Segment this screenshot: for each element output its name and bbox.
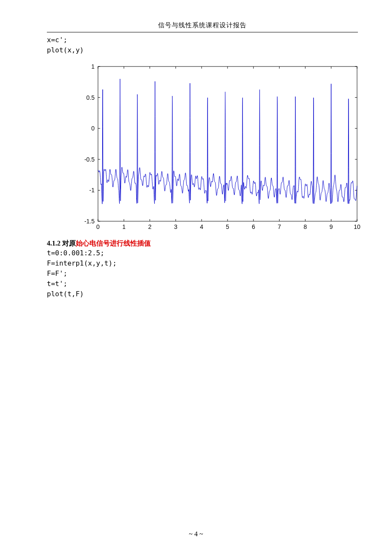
chart-svg: 012345678910-1.5-1-0.500.51 <box>72 61 362 234</box>
page: 信号与线性系统课程设计报告 x=c'; plot(x,y) 0123456789… <box>0 0 392 555</box>
svg-text:1: 1 <box>122 223 126 230</box>
svg-text:8: 8 <box>304 223 307 230</box>
section-heading: 4.1.2 对原始心电信号进行线性插值 <box>47 239 358 248</box>
svg-text:5: 5 <box>226 223 229 230</box>
svg-text:9: 9 <box>329 223 333 230</box>
svg-text:0: 0 <box>96 223 100 230</box>
svg-text:-0.5: -0.5 <box>84 156 95 163</box>
svg-text:7: 7 <box>278 223 281 230</box>
svg-text:3: 3 <box>174 223 178 230</box>
svg-text:6: 6 <box>252 223 255 230</box>
section-red: 始心电信号进行线性插值 <box>76 240 151 247</box>
page-header: 信号与线性系统课程设计报告 <box>47 21 358 29</box>
svg-text:1: 1 <box>91 63 95 70</box>
svg-text:-1.5: -1.5 <box>84 218 95 225</box>
section-black: 对原 <box>61 240 76 247</box>
section-number: 4.1.2 <box>47 240 61 247</box>
svg-text:-1: -1 <box>89 187 95 194</box>
page-footer: ~ 4 ~ <box>0 530 392 538</box>
header-rule <box>47 32 358 32</box>
code-block-1: x=c'; plot(x,y) <box>47 35 358 55</box>
svg-text:0.5: 0.5 <box>86 94 95 101</box>
code-block-2: t=0:0.001:2.5; F=interp1(x,y,t); F=F'; t… <box>47 248 358 299</box>
svg-text:2: 2 <box>148 223 152 230</box>
ecg-chart: 012345678910-1.5-1-0.500.51 <box>72 61 358 234</box>
svg-text:0: 0 <box>91 125 95 132</box>
svg-text:10: 10 <box>354 223 360 230</box>
svg-text:4: 4 <box>200 223 203 230</box>
